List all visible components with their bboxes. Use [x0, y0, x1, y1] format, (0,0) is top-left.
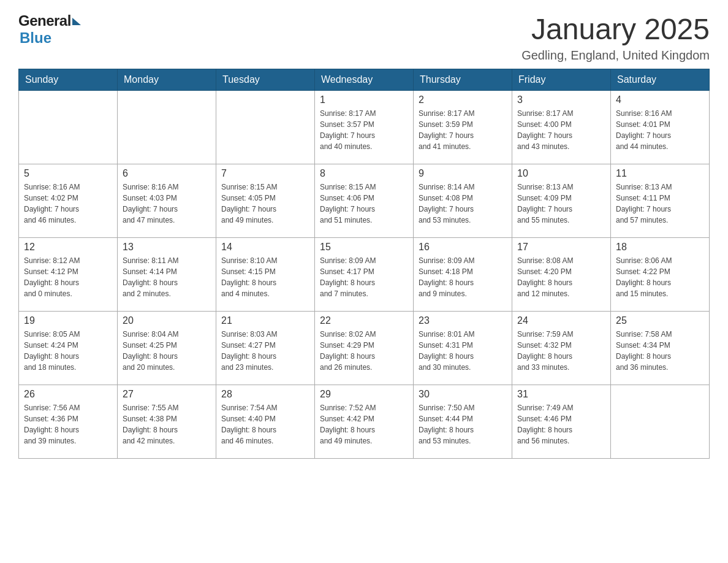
day-number: 5: [24, 168, 112, 179]
day-info: Sunrise: 8:08 AM Sunset: 4:20 PM Dayligh…: [517, 255, 605, 299]
calendar-table: SundayMondayTuesdayWednesdayThursdayFrid…: [18, 69, 710, 459]
calendar-cell: [118, 91, 216, 164]
calendar-cell: 1Sunrise: 8:17 AM Sunset: 3:57 PM Daylig…: [315, 91, 414, 164]
day-number: 22: [320, 315, 408, 326]
calendar-cell: 20Sunrise: 8:04 AM Sunset: 4:25 PM Dayli…: [118, 312, 216, 385]
month-title: January 2025: [521, 12, 710, 46]
day-info: Sunrise: 8:03 AM Sunset: 4:27 PM Dayligh…: [221, 329, 309, 373]
day-number: 8: [320, 168, 408, 179]
day-info: Sunrise: 7:56 AM Sunset: 4:36 PM Dayligh…: [24, 402, 112, 446]
day-info: Sunrise: 8:17 AM Sunset: 3:59 PM Dayligh…: [419, 108, 507, 152]
day-number: 26: [24, 389, 112, 400]
calendar-cell: 17Sunrise: 8:08 AM Sunset: 4:20 PM Dayli…: [512, 238, 611, 312]
day-number: 21: [221, 315, 309, 326]
day-number: 13: [123, 242, 211, 253]
day-info: Sunrise: 8:16 AM Sunset: 4:02 PM Dayligh…: [24, 182, 112, 226]
day-info: Sunrise: 8:15 AM Sunset: 4:06 PM Dayligh…: [320, 182, 408, 226]
weekday-header-thursday: Thursday: [414, 69, 512, 91]
day-number: 15: [320, 242, 408, 253]
calendar-week-row: 5Sunrise: 8:16 AM Sunset: 4:02 PM Daylig…: [19, 164, 710, 238]
calendar-cell: 7Sunrise: 8:15 AM Sunset: 4:05 PM Daylig…: [216, 164, 315, 238]
day-info: Sunrise: 8:15 AM Sunset: 4:05 PM Dayligh…: [221, 182, 309, 226]
calendar-cell: 30Sunrise: 7:50 AM Sunset: 4:44 PM Dayli…: [414, 385, 512, 459]
calendar-cell: 6Sunrise: 8:16 AM Sunset: 4:03 PM Daylig…: [118, 164, 216, 238]
day-number: 3: [517, 94, 605, 105]
day-info: Sunrise: 7:52 AM Sunset: 4:42 PM Dayligh…: [320, 402, 408, 446]
weekday-header-sunday: Sunday: [19, 69, 118, 91]
day-info: Sunrise: 8:16 AM Sunset: 4:01 PM Dayligh…: [616, 108, 704, 152]
calendar-cell: 29Sunrise: 7:52 AM Sunset: 4:42 PM Dayli…: [315, 385, 414, 459]
calendar-cell: [611, 385, 710, 459]
day-number: 10: [517, 168, 605, 179]
day-number: 25: [616, 315, 704, 326]
calendar-cell: 27Sunrise: 7:55 AM Sunset: 4:38 PM Dayli…: [118, 385, 216, 459]
logo: General Blue: [18, 12, 81, 47]
calendar-cell: 25Sunrise: 7:58 AM Sunset: 4:34 PM Dayli…: [611, 312, 710, 385]
day-info: Sunrise: 8:17 AM Sunset: 4:00 PM Dayligh…: [517, 108, 605, 152]
day-info: Sunrise: 8:09 AM Sunset: 4:17 PM Dayligh…: [320, 255, 408, 299]
day-number: 14: [221, 242, 309, 253]
calendar-cell: 16Sunrise: 8:09 AM Sunset: 4:18 PM Dayli…: [414, 238, 512, 312]
weekday-header-tuesday: Tuesday: [216, 69, 315, 91]
day-info: Sunrise: 8:05 AM Sunset: 4:24 PM Dayligh…: [24, 329, 112, 373]
day-number: 20: [123, 315, 211, 326]
calendar-cell: 5Sunrise: 8:16 AM Sunset: 4:02 PM Daylig…: [19, 164, 118, 238]
day-number: 6: [123, 168, 211, 179]
day-info: Sunrise: 8:13 AM Sunset: 4:09 PM Dayligh…: [517, 182, 605, 226]
calendar-cell: 14Sunrise: 8:10 AM Sunset: 4:15 PM Dayli…: [216, 238, 315, 312]
calendar-cell: 24Sunrise: 7:59 AM Sunset: 4:32 PM Dayli…: [512, 312, 611, 385]
day-number: 12: [24, 242, 112, 253]
day-info: Sunrise: 8:11 AM Sunset: 4:14 PM Dayligh…: [123, 255, 211, 299]
title-section: January 2025 Gedling, England, United Ki…: [521, 12, 710, 63]
day-number: 17: [517, 242, 605, 253]
day-number: 11: [616, 168, 704, 179]
day-info: Sunrise: 8:12 AM Sunset: 4:12 PM Dayligh…: [24, 255, 112, 299]
day-number: 23: [419, 315, 507, 326]
day-number: 24: [517, 315, 605, 326]
day-number: 30: [419, 389, 507, 400]
page-header: General Blue January 2025 Gedling, Engla…: [18, 12, 710, 63]
day-info: Sunrise: 8:17 AM Sunset: 3:57 PM Dayligh…: [320, 108, 408, 152]
day-info: Sunrise: 8:04 AM Sunset: 4:25 PM Dayligh…: [123, 329, 211, 373]
day-number: 1: [320, 94, 408, 105]
day-number: 16: [419, 242, 507, 253]
day-info: Sunrise: 7:54 AM Sunset: 4:40 PM Dayligh…: [221, 402, 309, 446]
calendar-week-row: 26Sunrise: 7:56 AM Sunset: 4:36 PM Dayli…: [19, 385, 710, 459]
weekday-header-wednesday: Wednesday: [315, 69, 414, 91]
calendar-cell: 21Sunrise: 8:03 AM Sunset: 4:27 PM Dayli…: [216, 312, 315, 385]
calendar-cell: 23Sunrise: 8:01 AM Sunset: 4:31 PM Dayli…: [414, 312, 512, 385]
day-number: 19: [24, 315, 112, 326]
logo-arrow-icon: [72, 18, 81, 25]
day-info: Sunrise: 8:16 AM Sunset: 4:03 PM Dayligh…: [123, 182, 211, 226]
calendar-cell: 11Sunrise: 8:13 AM Sunset: 4:11 PM Dayli…: [611, 164, 710, 238]
weekday-header-saturday: Saturday: [611, 69, 710, 91]
logo-blue-text: Blue: [20, 29, 51, 47]
calendar-cell: 15Sunrise: 8:09 AM Sunset: 4:17 PM Dayli…: [315, 238, 414, 312]
day-info: Sunrise: 7:58 AM Sunset: 4:34 PM Dayligh…: [616, 329, 704, 373]
calendar-cell: 12Sunrise: 8:12 AM Sunset: 4:12 PM Dayli…: [19, 238, 118, 312]
day-info: Sunrise: 8:13 AM Sunset: 4:11 PM Dayligh…: [616, 182, 704, 226]
day-number: 9: [419, 168, 507, 179]
day-info: Sunrise: 7:50 AM Sunset: 4:44 PM Dayligh…: [419, 402, 507, 446]
day-info: Sunrise: 8:14 AM Sunset: 4:08 PM Dayligh…: [419, 182, 507, 226]
calendar-cell: [216, 91, 315, 164]
day-info: Sunrise: 7:55 AM Sunset: 4:38 PM Dayligh…: [123, 402, 211, 446]
day-number: 28: [221, 389, 309, 400]
day-info: Sunrise: 7:59 AM Sunset: 4:32 PM Dayligh…: [517, 329, 605, 373]
day-number: 31: [517, 389, 605, 400]
day-info: Sunrise: 7:49 AM Sunset: 4:46 PM Dayligh…: [517, 402, 605, 446]
calendar-cell: 2Sunrise: 8:17 AM Sunset: 3:59 PM Daylig…: [414, 91, 512, 164]
calendar-header-row: SundayMondayTuesdayWednesdayThursdayFrid…: [19, 69, 710, 91]
calendar-cell: 28Sunrise: 7:54 AM Sunset: 4:40 PM Dayli…: [216, 385, 315, 459]
calendar-cell: 10Sunrise: 8:13 AM Sunset: 4:09 PM Dayli…: [512, 164, 611, 238]
calendar-cell: 31Sunrise: 7:49 AM Sunset: 4:46 PM Dayli…: [512, 385, 611, 459]
weekday-header-friday: Friday: [512, 69, 611, 91]
calendar-week-row: 19Sunrise: 8:05 AM Sunset: 4:24 PM Dayli…: [19, 312, 710, 385]
calendar-cell: 26Sunrise: 7:56 AM Sunset: 4:36 PM Dayli…: [19, 385, 118, 459]
day-number: 29: [320, 389, 408, 400]
logo-general-text: General: [18, 12, 71, 29]
day-number: 27: [123, 389, 211, 400]
day-number: 4: [616, 94, 704, 105]
day-info: Sunrise: 8:09 AM Sunset: 4:18 PM Dayligh…: [419, 255, 507, 299]
calendar-cell: 8Sunrise: 8:15 AM Sunset: 4:06 PM Daylig…: [315, 164, 414, 238]
